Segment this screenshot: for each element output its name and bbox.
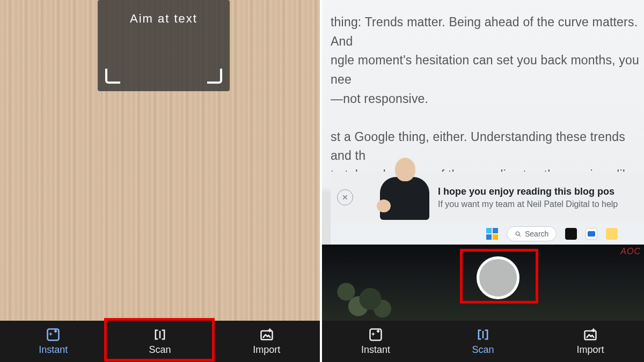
sparkle-square-icon — [46, 327, 61, 342]
svg-point-3 — [516, 232, 519, 235]
nav-import-label: Import — [576, 344, 604, 356]
person-photo — [375, 158, 434, 222]
search-icon — [515, 231, 522, 238]
scan-brackets-icon — [475, 327, 491, 342]
close-icon[interactable]: ✕ — [337, 189, 353, 205]
taskbar-search-placeholder: Search — [525, 230, 548, 238]
taskbar-search[interactable]: Search — [507, 226, 557, 241]
frame-corner-bl-icon — [105, 69, 120, 84]
taskbar-meet-icon[interactable] — [586, 228, 597, 240]
bottom-nav: Instant Scan Import — [0, 321, 320, 362]
nav-instant-label: Instant — [361, 344, 390, 356]
svg-line-4 — [519, 234, 521, 236]
windows-start-icon[interactable] — [486, 228, 498, 240]
taskbar-app-icon[interactable] — [565, 228, 577, 240]
aim-hint-label: Aim at text — [98, 12, 230, 26]
nav-import-label: Import — [253, 344, 280, 356]
nav-instant[interactable]: Instant — [0, 321, 107, 362]
promo-headline: I hope you enjoy reading this blog pos — [438, 186, 641, 197]
bottom-nav: Instant Scan Import — [322, 321, 644, 362]
nav-import[interactable]: Import — [213, 321, 320, 362]
nav-scan-label: Scan — [472, 344, 494, 356]
windows-taskbar: Search — [331, 223, 644, 245]
left-screenshot: Aim at text Instant Scan Import — [0, 0, 322, 362]
plant-decor — [322, 272, 402, 321]
image-plus-icon — [259, 327, 274, 342]
frame-corner-br-icon — [207, 69, 222, 84]
monitor-brand-label: AOC — [620, 247, 641, 256]
scan-brackets-icon — [152, 327, 167, 342]
promo-copy: I hope you enjoy reading this blog pos I… — [438, 186, 644, 209]
nav-scan-label: Scan — [149, 344, 171, 356]
aim-at-text-overlay: Aim at text — [98, 0, 230, 91]
nav-import[interactable]: Import — [537, 321, 644, 362]
image-plus-icon — [583, 327, 598, 342]
nav-scan[interactable]: Scan — [107, 321, 214, 362]
promo-banner: ✕ I hope you enjoy reading this blog pos… — [331, 172, 644, 223]
right-screenshot: thing: Trends matter. Being ahead of the… — [322, 0, 644, 362]
svg-rect-0 — [48, 329, 59, 341]
promo-subline: If you want my team at Neil Patel Digita… — [438, 200, 641, 209]
shutter-button[interactable] — [477, 256, 519, 299]
nav-instant[interactable]: Instant — [322, 321, 429, 362]
nav-scan[interactable]: Scan — [429, 321, 537, 362]
nav-instant-label: Instant — [39, 344, 68, 356]
sparkle-square-icon — [368, 327, 383, 342]
taskbar-explorer-icon[interactable] — [606, 228, 618, 240]
svg-rect-5 — [370, 329, 382, 341]
